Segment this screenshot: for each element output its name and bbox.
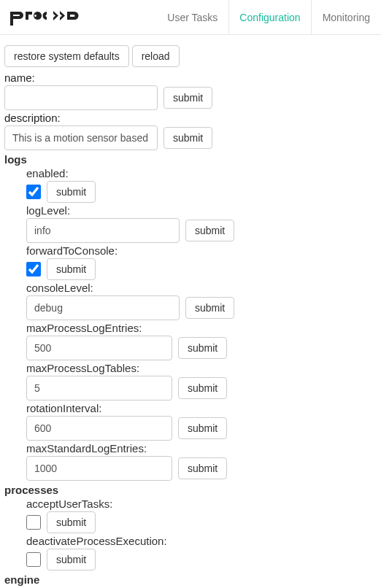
logs-maxprocesslogentries-label: maxProcessLogEntries:: [26, 322, 377, 334]
description-label: description:: [4, 112, 377, 124]
name-submit-button[interactable]: submit: [163, 87, 212, 109]
logs-loglevel-label: logLevel:: [26, 204, 377, 217]
logs-rotationinterval-submit-button[interactable]: submit: [178, 417, 227, 439]
logs-loglevel-submit-button[interactable]: submit: [185, 220, 234, 241]
nav-user-tasks[interactable]: User Tasks: [156, 0, 228, 34]
nav-configuration[interactable]: Configuration: [228, 0, 311, 34]
topbar: User Tasks Configuration Monitoring: [0, 0, 381, 35]
field-description: description: submit: [4, 112, 377, 150]
page-body: restore system defaults reload name: sub…: [0, 35, 381, 588]
processes-acceptusertasks-label: acceptUserTasks:: [26, 498, 377, 510]
section-engine-title: engine: [4, 573, 377, 586]
top-nav: User Tasks Configuration Monitoring: [156, 0, 381, 34]
field-logs-maxstandardlogentries: maxStandardLogEntries: submit: [26, 442, 377, 481]
logs-maxstandardlogentries-label: maxStandardLogEntries:: [26, 442, 377, 454]
logs-enabled-checkbox[interactable]: [26, 185, 41, 199]
section-logs: enabled: submit logLevel: submit forward…: [26, 167, 377, 481]
field-logs-maxprocesslogentries: maxProcessLogEntries: submit: [26, 322, 377, 360]
processes-deactivateprocessexecution-checkbox[interactable]: [26, 552, 41, 567]
brand-logo: [10, 9, 95, 26]
processes-deactivateprocessexecution-submit-button[interactable]: submit: [47, 549, 96, 570]
procood-logo-icon: [10, 9, 95, 26]
field-logs-enabled: enabled: submit: [26, 167, 377, 203]
logs-rotationinterval-label: rotationInterval:: [26, 402, 377, 414]
reload-button[interactable]: reload: [132, 45, 180, 67]
logs-consolelevel-label: consoleLevel:: [26, 282, 377, 294]
action-row: restore system defaults reload: [4, 45, 377, 67]
name-input[interactable]: [4, 85, 158, 110]
logs-forwardtoconsole-submit-button[interactable]: submit: [47, 258, 96, 280]
nav-monitoring[interactable]: Monitoring: [312, 0, 381, 34]
field-logs-consolelevel: consoleLevel: submit: [26, 282, 377, 320]
description-submit-button[interactable]: submit: [163, 127, 212, 149]
processes-acceptusertasks-submit-button[interactable]: submit: [47, 511, 96, 533]
logs-consolelevel-input[interactable]: [26, 295, 180, 320]
name-label: name:: [4, 71, 377, 84]
logs-consolelevel-submit-button[interactable]: submit: [185, 297, 234, 319]
logs-forwardtoconsole-checkbox[interactable]: [26, 262, 41, 276]
field-logs-rotationinterval: rotationInterval: submit: [26, 402, 377, 441]
logs-maxstandardlogentries-input[interactable]: [26, 456, 172, 481]
description-input[interactable]: [4, 125, 158, 150]
logs-maxprocesslogentries-input[interactable]: [26, 336, 172, 360]
field-processes-deactivateprocessexecution: deactivateProcessExecution: submit: [26, 535, 377, 570]
field-processes-acceptusertasks: acceptUserTasks: submit: [26, 498, 377, 533]
logs-maxprocesslogtables-label: maxProcessLogTables:: [26, 362, 377, 374]
logs-forwardtoconsole-label: forwardToConsole:: [26, 244, 377, 257]
logs-loglevel-input[interactable]: [26, 218, 180, 243]
logs-maxprocesslogentries-submit-button[interactable]: submit: [178, 337, 227, 359]
section-processes-title: processes: [4, 484, 377, 496]
restore-defaults-button[interactable]: restore system defaults: [4, 45, 129, 67]
logs-enabled-submit-button[interactable]: submit: [47, 181, 96, 203]
logs-rotationinterval-input[interactable]: [26, 416, 172, 441]
section-logs-title: logs: [4, 153, 377, 166]
field-logs-forwardtoconsole: forwardToConsole: submit: [26, 244, 377, 280]
logs-enabled-label: enabled:: [26, 167, 377, 179]
logs-maxprocesslogtables-submit-button[interactable]: submit: [178, 377, 227, 399]
processes-deactivateprocessexecution-label: deactivateProcessExecution:: [26, 535, 377, 547]
processes-acceptusertasks-checkbox[interactable]: [26, 515, 41, 530]
logs-maxstandardlogentries-submit-button[interactable]: submit: [178, 457, 227, 479]
logs-maxprocesslogtables-input[interactable]: [26, 376, 172, 401]
field-name: name: submit: [4, 71, 377, 110]
field-logs-loglevel: logLevel: submit: [26, 204, 377, 243]
field-logs-maxprocesslogtables: maxProcessLogTables: submit: [26, 362, 377, 401]
section-processes: acceptUserTasks: submit deactivateProces…: [26, 498, 377, 570]
